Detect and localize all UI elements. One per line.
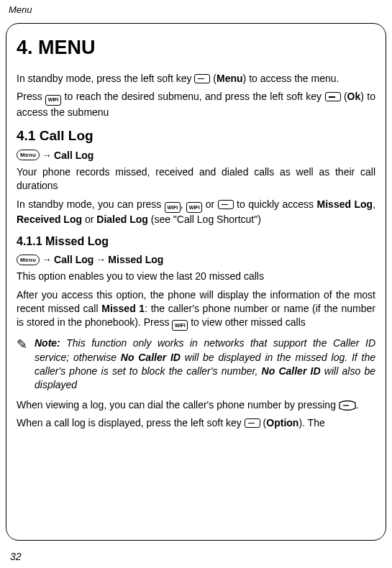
option-label: Option	[266, 417, 298, 429]
text: When viewing a log, you can dial the cal…	[17, 399, 339, 411]
missed-log-label: Missed Log	[317, 198, 373, 210]
ok-label: Ok	[347, 91, 361, 102]
nav-key-icon: WIFI	[165, 202, 181, 213]
text: ). The	[298, 417, 324, 429]
note-hand-icon: ✎	[17, 336, 27, 392]
s41-p1: Your phone records missed, received and …	[17, 165, 375, 193]
subsection-heading: 4.1.1 Missed Log	[17, 235, 375, 248]
breadcrumb: Menu → Call Log → Missed Log	[17, 254, 375, 265]
nav-key-icon: WIFI	[172, 320, 188, 331]
dialed-log-label: Dialed Log	[96, 214, 148, 225]
text: (see "Call Log Shortcut")	[148, 214, 261, 225]
note-label: Note:	[35, 337, 60, 349]
nav-key-icon: WIFI	[186, 202, 202, 213]
text: In standby mode, you can press	[17, 198, 165, 210]
page-header: Menu	[0, 0, 392, 18]
text: Press	[17, 91, 45, 102]
s411-p2: After you access this option, the phone …	[17, 288, 375, 331]
no-caller-id-label: No Caller ID	[121, 352, 181, 363]
breadcrumb: Menu → Call Log	[17, 150, 375, 161]
text: ) to access the menu.	[243, 73, 339, 84]
intro-p1: In standby mode, press the left soft key…	[17, 72, 375, 86]
note-block: ✎ Note: This function only works in netw…	[17, 336, 375, 392]
content-frame: 4. MENU In standby mode, press the left …	[6, 23, 386, 541]
s41-p2: In standby mode, you can press WIFI, WIF…	[17, 198, 375, 227]
dial-key-icon	[339, 400, 356, 411]
text: In standby mode, press the left soft key	[17, 73, 194, 84]
breadcrumb-mid: Call Log	[54, 254, 94, 265]
no-caller-id-label: No Caller ID	[262, 365, 321, 377]
section-heading: 4.1 Call Log	[17, 128, 375, 144]
text: ,	[181, 198, 186, 210]
text: or	[82, 214, 96, 225]
text: When a call log is displayed, press the …	[17, 417, 245, 429]
received-log-label: Received Log	[17, 214, 82, 225]
arrow-right-icon: →	[41, 150, 53, 161]
left-softkey-icon	[194, 74, 210, 83]
breadcrumb-target: Missed Log	[108, 254, 163, 265]
menu-pill-icon: Menu	[17, 255, 40, 265]
left-softkey-icon	[325, 92, 341, 101]
missed1-label: Missed 1	[101, 303, 145, 314]
intro-p2: Press WIFI to reach the desired submenu,…	[17, 90, 375, 119]
note-text: Note: This function only works in networ…	[35, 336, 375, 392]
text: to quickly access	[237, 198, 316, 210]
nav-key-icon: WIFI	[45, 95, 61, 106]
breadcrumb-target: Call Log	[54, 150, 94, 161]
left-softkey-icon	[245, 418, 260, 428]
text: to reach the desired submenu, and press …	[65, 91, 325, 102]
arrow-right-icon: →	[95, 254, 106, 265]
s411-p4: When a call log is displayed, press the …	[17, 416, 375, 430]
chapter-title: 4. MENU	[17, 37, 375, 59]
text: to view other missed calls	[191, 316, 306, 328]
s411-p3: When viewing a log, you can dial the cal…	[17, 398, 375, 412]
arrow-right-icon: →	[41, 254, 53, 265]
left-softkey-icon	[218, 200, 234, 209]
s411-p1: This option enables you to view the last…	[17, 270, 375, 283]
menu-pill-icon: Menu	[17, 150, 40, 160]
text: .	[356, 399, 359, 411]
menu-label: Menu	[216, 73, 243, 84]
text: or	[206, 198, 218, 210]
text: ,	[373, 198, 375, 210]
page-number: 32	[10, 551, 22, 562]
